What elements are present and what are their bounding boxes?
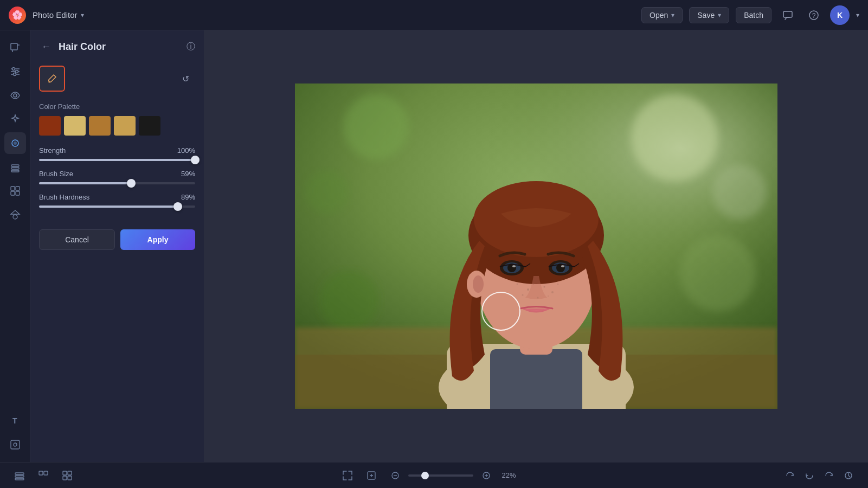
svg-rect-39 [490, 349, 582, 409]
history-button[interactable] [840, 467, 857, 484]
svg-rect-20 [11, 191, 15, 195]
brush-hardness-value: 89% [181, 193, 195, 201]
svg-point-14 [14, 142, 17, 145]
save-button[interactable]: Save ▾ [689, 7, 729, 23]
svg-rect-70 [68, 471, 72, 475]
sidebar-item-adjustments[interactable] [4, 61, 26, 82]
svg-point-62 [473, 275, 484, 293]
refresh-button[interactable] [781, 467, 799, 484]
app-title-button[interactable]: Photo Editor ▾ [33, 10, 84, 20]
sidebar-item-filter[interactable] [4, 204, 26, 226]
svg-point-57 [516, 284, 518, 285]
color-swatch-golden[interactable] [64, 116, 86, 136]
color-swatch-black[interactable] [139, 116, 160, 136]
strength-slider[interactable] [39, 159, 195, 161]
photo-container [295, 84, 777, 409]
redo-button[interactable] [820, 467, 838, 484]
svg-point-26 [48, 81, 50, 83]
svg-point-51 [561, 265, 564, 267]
svg-rect-19 [16, 187, 20, 190]
canvas-area[interactable] [204, 30, 868, 462]
title-chevron-icon: ▾ [81, 11, 84, 19]
brush-tool-icon [46, 73, 58, 85]
brush-size-slider[interactable] [39, 182, 195, 184]
info-icon: ⓘ [187, 42, 195, 51]
svg-rect-24 [11, 440, 20, 449]
svg-rect-64 [15, 473, 24, 474]
sidebar-item-retouch[interactable] [4, 132, 26, 154]
zoom-controls: 22% [387, 467, 519, 484]
user-avatar[interactable]: K [830, 5, 850, 25]
svg-point-32 [306, 170, 349, 214]
svg-rect-69 [63, 471, 67, 475]
layers-bottom-button[interactable] [11, 467, 28, 484]
color-swatch-dark-red[interactable] [39, 116, 61, 136]
zoom-out-button[interactable] [387, 467, 404, 484]
expand-button[interactable] [35, 467, 52, 484]
svg-point-22 [13, 215, 17, 219]
zoom-fit-button[interactable] [363, 467, 380, 484]
topbar: 🌸 Photo Editor ▾ Open ▾ Save ▾ Batch ? K… [0, 0, 868, 30]
cancel-button[interactable]: Cancel [39, 229, 115, 250]
svg-rect-21 [16, 191, 20, 195]
sidebar-item-template[interactable] [4, 434, 26, 455]
main-content: T ← Hair Color ⓘ ↺ [0, 30, 868, 462]
messages-button[interactable] [778, 5, 798, 25]
reset-icon: ↺ [182, 74, 189, 84]
svg-point-60 [548, 296, 549, 297]
zoom-slider[interactable] [408, 474, 473, 477]
strength-label: Strength [39, 146, 66, 155]
sidebar-item-crop[interactable] [4, 37, 26, 59]
zoom-in-button[interactable] [478, 467, 495, 484]
user-chevron-icon: ▾ [856, 11, 859, 19]
color-swatches [39, 116, 195, 136]
batch-button[interactable]: Batch [736, 7, 771, 23]
svg-point-47 [512, 265, 516, 267]
svg-rect-72 [68, 476, 72, 480]
grid-button[interactable] [59, 467, 76, 484]
svg-point-10 [15, 70, 18, 73]
open-button[interactable]: Open ▾ [641, 7, 683, 23]
sidebar-item-view[interactable] [4, 85, 26, 106]
strength-slider-section: Strength 100% [39, 146, 195, 161]
sidebar-item-effects[interactable] [4, 108, 26, 130]
app-title: Photo Editor [33, 10, 78, 20]
brush-size-slider-section: Brush Size 59% [39, 170, 195, 184]
svg-point-9 [12, 68, 15, 70]
brush-tool-button[interactable] [39, 66, 65, 92]
svg-text:T: T [12, 416, 17, 425]
panel-info-button[interactable]: ⓘ [187, 41, 195, 53]
brush-size-value: 59% [181, 170, 195, 178]
color-swatch-light-gold[interactable] [114, 116, 136, 136]
svg-point-56 [537, 297, 538, 299]
sidebar-item-layers[interactable] [4, 156, 26, 178]
save-chevron-icon: ▾ [718, 11, 721, 19]
panel-actions: Cancel Apply [39, 229, 195, 250]
photo-canvas [295, 84, 777, 409]
undo-button[interactable] [801, 467, 818, 484]
svg-point-58 [557, 284, 558, 285]
message-icon [782, 10, 793, 21]
brush-hardness-label: Brush Hardness [39, 193, 89, 201]
sidebar-item-text[interactable]: T [4, 410, 26, 432]
panel-back-button[interactable]: ← [39, 39, 53, 55]
bottom-right-controls [781, 467, 857, 484]
apply-button[interactable]: Apply [120, 229, 195, 250]
panel-title: Hair Color [59, 41, 181, 53]
svg-rect-71 [63, 476, 67, 480]
brush-hardness-slider-section: Brush Hardness 89% [39, 193, 195, 208]
color-swatch-brown-gold[interactable] [89, 116, 111, 136]
help-button[interactable]: ? [804, 5, 824, 25]
panel-header: ← Hair Color ⓘ [39, 39, 195, 55]
fit-screen-button[interactable] [339, 467, 356, 484]
svg-rect-16 [11, 168, 19, 169]
svg-rect-18 [11, 187, 15, 190]
tool-selection-row: ↺ [39, 66, 195, 92]
svg-rect-3 [11, 43, 17, 50]
app-logo: 🌸 [9, 7, 26, 24]
sidebar-item-elements[interactable] [4, 180, 26, 202]
svg-point-29 [344, 94, 409, 159]
reset-button[interactable]: ↺ [176, 69, 195, 88]
color-palette-label: Color Palette [39, 102, 195, 111]
brush-hardness-slider[interactable] [39, 206, 195, 208]
